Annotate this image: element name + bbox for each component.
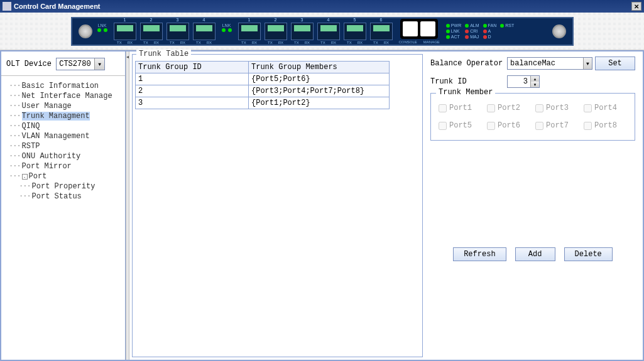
trunk-id-label: Trunk ID bbox=[430, 77, 505, 86]
olt-device-label: OLT Device bbox=[6, 60, 52, 68]
trunk-table-panel: Trunk Table Trunk Group ID Trunk Group M… bbox=[132, 54, 423, 357]
chevron-down-icon[interactable]: ▼ bbox=[94, 58, 104, 70]
tree-node[interactable]: ONU Authority bbox=[4, 151, 123, 161]
trunk-table[interactable]: Trunk Group ID Trunk Group Members 1{Por… bbox=[135, 61, 390, 109]
tree-node[interactable]: RSTP bbox=[4, 141, 123, 151]
set-button[interactable]: Set bbox=[595, 57, 635, 70]
trunk-id-spinner[interactable]: ▲▼ bbox=[507, 75, 540, 88]
tree-node[interactable]: VLAN Management bbox=[4, 131, 123, 141]
port-checkbox[interactable]: Port7 bbox=[535, 121, 579, 130]
titlebar: Control Card Management ✕ bbox=[0, 0, 644, 13]
trunk-form: Balance Operator ▼ Set Trunk ID ▲▼ Trunk… bbox=[425, 54, 640, 357]
tree-node[interactable]: Net Interface Manage bbox=[4, 91, 123, 101]
balance-operator-label: Balance Operator bbox=[430, 59, 505, 68]
tree-node[interactable]: User Manage bbox=[4, 101, 123, 111]
sidebar: OLT Device ▼ Basic InformationNet Interf… bbox=[1, 51, 126, 360]
table-row[interactable]: 1{Port5;Port6} bbox=[136, 73, 390, 85]
splitter[interactable]: ◂ bbox=[126, 51, 129, 360]
device-knob-left bbox=[79, 24, 92, 38]
olt-device-value[interactable] bbox=[57, 58, 94, 70]
table-row[interactable]: 2{Port3;Port4;Port7;Port8} bbox=[136, 85, 390, 97]
tree-node[interactable]: Port Status bbox=[4, 191, 123, 202]
nav-tree[interactable]: Basic InformationNet Interface ManageUse… bbox=[1, 76, 125, 360]
app-icon bbox=[3, 2, 11, 11]
port-checkbox[interactable]: Port4 bbox=[584, 104, 627, 112]
trunk-id-value[interactable] bbox=[508, 76, 530, 87]
spinner-down-icon[interactable]: ▼ bbox=[530, 82, 539, 87]
add-button[interactable]: Add bbox=[515, 247, 555, 261]
port-checkbox[interactable]: Port2 bbox=[487, 104, 530, 112]
port-checkbox[interactable]: Port5 bbox=[439, 121, 482, 130]
port-checkbox[interactable]: Port8 bbox=[584, 121, 627, 130]
balance-operator-combo[interactable]: ▼ bbox=[507, 57, 592, 70]
balance-operator-value[interactable] bbox=[508, 58, 583, 69]
port-checkbox[interactable]: Port3 bbox=[535, 104, 579, 112]
close-button[interactable]: ✕ bbox=[631, 2, 641, 11]
col-trunk-group-members[interactable]: Trunk Group Members bbox=[249, 62, 390, 73]
tree-node[interactable]: Basic Information bbox=[4, 81, 123, 91]
refresh-button[interactable]: Refresh bbox=[453, 247, 506, 261]
trunk-table-title: Trunk Table bbox=[136, 50, 191, 58]
port-checkbox[interactable]: Port6 bbox=[487, 121, 530, 130]
tree-node[interactable]: QINQ bbox=[4, 121, 123, 131]
device-banner: LNK 1TXRX2TXRX3TXRX4TXRX LNK 1TXRX2TXRX3… bbox=[0, 13, 644, 50]
chevron-left-icon: ◂ bbox=[126, 54, 129, 60]
table-row[interactable]: 3{Port1;Port2} bbox=[136, 97, 390, 109]
device-knob-right bbox=[552, 24, 566, 38]
col-trunk-group-id[interactable]: Trunk Group ID bbox=[136, 62, 249, 73]
tree-node-port[interactable]: -Port bbox=[4, 171, 123, 181]
trunk-member-legend: Trunk Member bbox=[436, 88, 495, 97]
spinner-up-icon[interactable]: ▲ bbox=[530, 76, 539, 82]
port-checkbox[interactable]: Port1 bbox=[439, 104, 482, 112]
delete-button[interactable]: Delete bbox=[564, 247, 613, 261]
window-title: Control Card Management bbox=[14, 3, 101, 10]
tree-node[interactable]: Trunk Managment bbox=[4, 111, 123, 121]
olt-device-combo[interactable]: ▼ bbox=[56, 58, 105, 70]
expander-icon[interactable]: - bbox=[22, 174, 28, 180]
trunk-member-fieldset: Trunk Member Port1Port2Port3Port4Port5Po… bbox=[430, 93, 635, 141]
chevron-down-icon[interactable]: ▼ bbox=[583, 58, 592, 69]
device-image: LNK 1TXRX2TXRX3TXRX4TXRX LNK 1TXRX2TXRX3… bbox=[71, 17, 574, 46]
tree-node[interactable]: Port Mirror bbox=[4, 161, 123, 171]
main-area: OLT Device ▼ Basic InformationNet Interf… bbox=[0, 50, 644, 361]
tree-node[interactable]: Port Properity bbox=[4, 181, 123, 191]
